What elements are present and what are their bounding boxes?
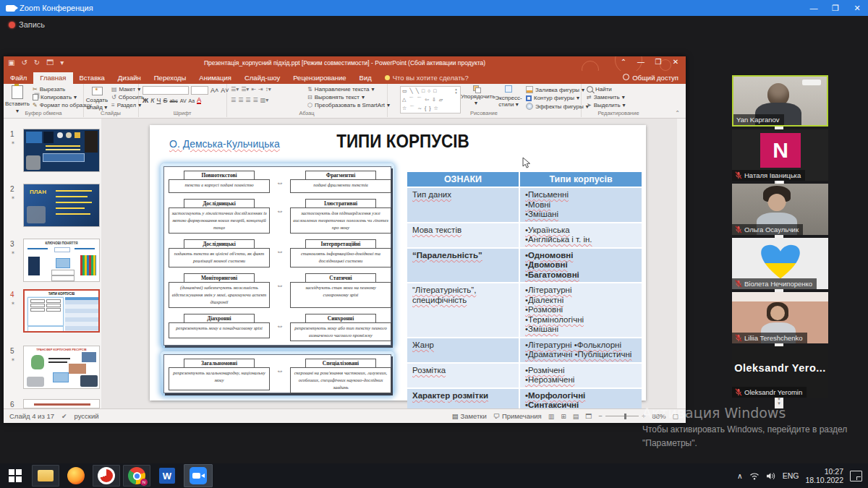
numbering-button[interactable]: ☰▾ bbox=[241, 86, 249, 93]
copy-button[interactable]: Копировать ▾ bbox=[33, 94, 77, 100]
line-spacing-button[interactable]: ↕▾ bbox=[265, 86, 271, 93]
align-right-button[interactable]: ☰ bbox=[245, 97, 250, 103]
replace-button[interactable]: ⇄Заменить ▾ bbox=[587, 94, 626, 100]
find-button[interactable]: Найти bbox=[587, 86, 626, 93]
start-button[interactable] bbox=[1, 465, 29, 487]
tab-home[interactable]: Главная bbox=[33, 72, 72, 84]
change-case-button[interactable]: Aa bbox=[189, 98, 195, 103]
taskbar-clock[interactable]: 10:27 18.10.2022 bbox=[805, 467, 843, 484]
columns-button[interactable]: ▥▾ bbox=[260, 97, 269, 103]
tab-design[interactable]: Дизайн bbox=[111, 72, 148, 84]
tab-animations[interactable]: Анимация bbox=[192, 72, 238, 84]
italic-button[interactable]: К bbox=[150, 97, 154, 104]
tab-review[interactable]: Рецензирование bbox=[286, 72, 352, 84]
action-center-icon[interactable] bbox=[850, 471, 862, 481]
notes-button[interactable]: ▤ Заметки bbox=[452, 412, 487, 420]
shape-effects-button[interactable]: Эффекты фигуры ▾ bbox=[526, 103, 589, 110]
normal-view-button[interactable]: ▥ bbox=[548, 413, 555, 420]
maximize-button[interactable]: ❐ bbox=[825, 0, 846, 16]
cut-button[interactable]: ✂Вырезать bbox=[33, 86, 65, 93]
participant-tile[interactable]: Yan Kapranov bbox=[732, 75, 828, 127]
comments-button[interactable]: 🗩 Примечания bbox=[493, 412, 542, 420]
close-button[interactable]: ✕ bbox=[846, 0, 868, 16]
zoom-in-icon[interactable]: + bbox=[642, 412, 646, 420]
align-left-button[interactable]: ☰ bbox=[231, 97, 236, 103]
justify-button[interactable]: ☰ bbox=[253, 97, 258, 103]
zoom-percentage[interactable]: 88% bbox=[652, 412, 665, 420]
indent-increase-button[interactable]: ⇥ bbox=[258, 86, 263, 93]
participant-tile[interactable]: Ольга Осаульчик bbox=[732, 184, 828, 235]
slide-sorter-button[interactable]: ⊞ bbox=[561, 413, 566, 420]
new-slide-button[interactable]: ✶ Создать слайд ▾ bbox=[85, 85, 109, 111]
layout-button[interactable]: ▤Макет ▾ bbox=[111, 86, 140, 93]
recording-indicator: Запись bbox=[9, 20, 45, 29]
slide-thumbnail-1[interactable] bbox=[23, 129, 100, 172]
select-button[interactable]: ➤Выделить ▾ bbox=[587, 102, 626, 108]
tab-file[interactable]: Файл bbox=[4, 72, 33, 84]
reading-view-button[interactable]: ▤ bbox=[573, 413, 579, 420]
ppt-close-button[interactable]: ✕ bbox=[668, 58, 683, 66]
participant-tile[interactable]: N Наталя Іваницька bbox=[732, 129, 828, 181]
tellme-box[interactable]: Что вы хотите сделать? bbox=[378, 72, 475, 84]
slide-thumbnail-4-selected[interactable]: ТИПИ КОРПУСІВ bbox=[23, 289, 100, 333]
indent-decrease-button[interactable]: ⇤ bbox=[251, 86, 256, 93]
chrome-button[interactable]: N bbox=[123, 465, 150, 487]
word-button[interactable]: W bbox=[153, 465, 181, 487]
language-switcher[interactable]: ENG bbox=[783, 471, 799, 480]
quick-styles-button[interactable]: Экспресс-стили ▾ bbox=[493, 85, 524, 108]
section-button[interactable]: ≡Раздел ▾ bbox=[111, 102, 141, 108]
shape-fill-button[interactable]: Заливка фигуры ▾ bbox=[526, 86, 589, 93]
share-button[interactable]: Общий доступ bbox=[616, 72, 686, 84]
grow-font-icon[interactable]: A˄ bbox=[210, 87, 218, 94]
file-explorer-button[interactable] bbox=[32, 465, 59, 487]
slide-thumbnail-5[interactable]: ТРАНСФЕР КОРПУСНИХ РЕСУРСІВ bbox=[23, 346, 100, 389]
zoom-slider-handle[interactable] bbox=[624, 414, 626, 419]
smartart-button[interactable]: ⬡Преобразовать в SmartArt ▾ bbox=[307, 102, 390, 108]
magnifier-icon bbox=[587, 86, 593, 93]
ppt-restore-button[interactable]: ❐ bbox=[651, 58, 665, 66]
participant-tile[interactable]: Oleksandr Yero... Oleksandr Yeromin bbox=[732, 346, 828, 398]
wifi-icon[interactable] bbox=[749, 472, 760, 480]
bullets-button[interactable]: ☰▾ bbox=[231, 86, 239, 93]
slide[interactable]: О. Демська-Кульчицька ТИПИ КОРПУСІВ Повн… bbox=[150, 125, 646, 401]
font-size-box[interactable] bbox=[191, 86, 208, 95]
strikethrough-button[interactable]: S bbox=[163, 97, 167, 104]
align-center-button[interactable]: ☰ bbox=[238, 97, 243, 103]
text-direction-button[interactable]: ⇅Направление текста ▾ bbox=[307, 86, 390, 93]
slide-editing-canvas[interactable]: О. Демська-Кульчицька ТИПИ КОРПУСІВ Повн… bbox=[101, 119, 677, 408]
font-color-button[interactable]: A bbox=[197, 97, 201, 104]
language-indicator[interactable]: русский bbox=[75, 412, 99, 420]
slideshow-view-button[interactable]: 🗖 bbox=[585, 413, 592, 420]
ppt-minimize-button[interactable]: — bbox=[634, 58, 648, 66]
slide-thumbnail-6[interactable] bbox=[23, 399, 100, 408]
align-text-button[interactable]: ⊟Выровнять текст ▾ bbox=[307, 94, 390, 100]
zoom-out-icon[interactable]: − bbox=[598, 412, 603, 420]
shadow-button[interactable]: abc bbox=[169, 98, 177, 103]
tab-transitions[interactable]: Переходы bbox=[148, 72, 193, 84]
slide-thumbnail-3[interactable]: КЛЮЧОВІ ПОНЯТТЯ bbox=[23, 239, 100, 282]
slide-thumbnail-2[interactable]: ПЛАН bbox=[23, 184, 100, 227]
bold-button[interactable]: Ж bbox=[142, 97, 148, 104]
font-name-box[interactable] bbox=[142, 86, 189, 95]
shape-outline-button[interactable]: Контур фигуры ▾ bbox=[526, 95, 589, 101]
char-spacing-button[interactable]: AV bbox=[180, 98, 187, 103]
speaker-icon[interactable] bbox=[766, 472, 776, 480]
ribbon-display-icon[interactable]: ⌃ bbox=[616, 58, 631, 66]
tab-insert[interactable]: Вставка bbox=[73, 72, 111, 84]
red-app-button[interactable] bbox=[93, 465, 120, 487]
collapse-ribbon-icon[interactable]: ⌃ bbox=[675, 110, 680, 116]
tray-expand-icon[interactable]: ∧ bbox=[737, 471, 743, 480]
participant-tile[interactable]: Віолета Нечипоренко bbox=[732, 238, 828, 289]
zoom-app-button[interactable] bbox=[184, 464, 213, 487]
spellcheck-icon[interactable]: ✔ bbox=[61, 413, 67, 420]
arrange-button[interactable]: Упорядочить ▾ bbox=[461, 85, 491, 107]
zoom-slider[interactable]: − + bbox=[598, 412, 645, 420]
tab-view[interactable]: Вид bbox=[353, 72, 378, 84]
minimize-button[interactable]: — bbox=[803, 0, 825, 16]
participant-tile[interactable]: Liliia Tereshchenko bbox=[732, 292, 828, 343]
underline-button[interactable]: Ч bbox=[156, 97, 161, 104]
fit-to-window-icon[interactable]: ▢ bbox=[672, 413, 678, 420]
tab-slideshow[interactable]: Слайд-шоу bbox=[238, 72, 286, 84]
firefox-button[interactable] bbox=[62, 465, 90, 487]
shapes-scroll[interactable]: ▴▾ bbox=[454, 87, 459, 95]
